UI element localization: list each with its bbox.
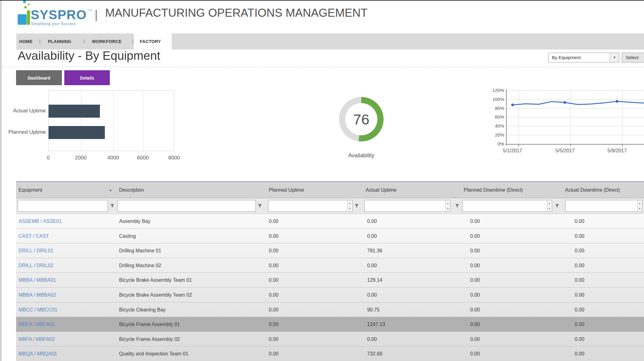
actual-downtime-cell: 0.00 <box>575 273 584 288</box>
table-row[interactable]: MBFA / MBFA02 Bicycle Frame Assembly 02 … <box>16 332 644 346</box>
equipment-link[interactable]: DRILL / DRIL02 <box>19 258 53 273</box>
actual-uptime-cell: 0.00 <box>367 258 377 273</box>
column-header-planned-uptime[interactable]: Planned Uptime <box>269 182 304 198</box>
table-row[interactable]: ASSEMB / ASSE01 Assembly Bay 0.00 0.00 0… <box>16 214 644 228</box>
filter-input-equipment[interactable] <box>18 200 108 212</box>
logo-trademark: TM <box>88 9 92 12</box>
planned-uptime-cell: 0.00 <box>269 229 278 244</box>
bar-actual-uptime <box>49 105 100 118</box>
equipment-link[interactable]: MBFA / MBFA02 <box>19 332 55 347</box>
nav-item-home[interactable]: HOME <box>19 33 32 50</box>
table-row[interactable]: MBQA / MBQA01 Quality and Inspection Tea… <box>16 346 644 361</box>
data-point-marker <box>616 100 619 103</box>
filter-icon[interactable] <box>110 204 114 208</box>
filter-icon[interactable] <box>258 204 262 208</box>
equipment-link[interactable]: CAST / CAST <box>19 229 49 244</box>
nav-separator: | <box>84 33 85 50</box>
table-row[interactable]: CAST / CAST Casting 0.00 0.00 0.00 0.00 <box>16 228 644 243</box>
number-spinner[interactable]: ▲▼ <box>347 201 352 211</box>
nav-bar-right <box>172 33 644 50</box>
chevron-down-icon[interactable]: ▼ <box>610 53 619 62</box>
equipment-link[interactable]: MBBA / MBBA02 <box>19 288 56 302</box>
x-axis-tick-label: 2000 <box>67 155 95 161</box>
actual-downtime-cell: 0.00 <box>575 229 584 244</box>
actual-downtime-cell: 0.00 <box>575 214 584 229</box>
view-dropdown-value: By Equipment <box>552 53 581 62</box>
column-header-actual-downtime[interactable]: Actual Downtime (Direct) <box>565 182 620 198</box>
nav-item-factory-active[interactable]: FACTORY <box>140 33 161 50</box>
table-row[interactable]: MBBA / MBBA01 Bicycle Brake Assembly Tea… <box>16 272 644 287</box>
planned-downtime-cell: 0.00 <box>470 229 480 244</box>
column-header-equipment[interactable]: Equipment <box>19 182 42 198</box>
table-body: ASSEMB / ASSE01 Assembly Bay 0.00 0.00 0… <box>16 214 644 361</box>
data-point-marker <box>564 101 566 104</box>
nav-separator: | <box>39 33 41 50</box>
nav-item-workforce[interactable]: WORKFORCE <box>92 33 122 50</box>
equipment-link[interactable]: MBBA / MBBA01 <box>19 273 56 288</box>
equipment-link[interactable]: MBCC / MBCC01 <box>19 302 57 317</box>
filter-input-planned-downtime[interactable]: ▲▼ <box>462 200 552 212</box>
logo-dot <box>23 1 26 3</box>
trend-line <box>513 101 644 105</box>
column-header-actual-uptime[interactable]: Actual Uptime <box>366 182 397 198</box>
actual-downtime-cell: 0.00 <box>575 346 584 361</box>
gauge-label: Availability <box>329 152 394 159</box>
filter-input-actual-downtime[interactable]: ▲▼ <box>565 200 642 212</box>
bar-category-label: Planned Uptime <box>0 126 46 139</box>
details-button[interactable]: Details <box>64 70 110 85</box>
actual-downtime-cell: 0.00 <box>575 332 584 347</box>
description-cell: Quality and Inspection Team 01 <box>119 346 188 361</box>
equipment-link[interactable]: MBFA / MBFA01 <box>19 317 55 332</box>
planned-uptime-cell: 0.00 <box>269 317 278 332</box>
filter-icon[interactable] <box>455 204 459 208</box>
filter-input-actual-uptime[interactable]: ▲▼ <box>364 200 451 212</box>
table-row[interactable]: DRILL / DRIL02 Drilling Machine 02 0.00 … <box>16 258 644 273</box>
filter-input-planned-uptime[interactable]: ▲▼ <box>268 200 353 212</box>
x-axis-tick-label: 4000 <box>99 155 127 161</box>
view-dropdown[interactable]: By Equipment ▼ <box>548 53 619 63</box>
planned-downtime-cell: 0.00 <box>470 243 480 258</box>
table-row[interactable]: MBFA / MBFA01 Bicycle Frame Assembly 01 … <box>16 317 644 332</box>
planned-uptime-cell: 0.00 <box>269 243 278 258</box>
planned-uptime-cell: 0.00 <box>269 273 278 288</box>
nav-item-planning[interactable]: PLANNING <box>48 33 71 50</box>
actual-uptime-cell: 0.00 <box>367 214 377 229</box>
actual-downtime-cell: 0.00 <box>575 258 584 273</box>
planned-uptime-cell: 0.00 <box>269 258 278 273</box>
number-spinner[interactable]: ▲▼ <box>445 201 450 211</box>
number-spinner[interactable]: ▲▼ <box>547 201 552 211</box>
description-cell: Casting <box>119 229 136 244</box>
table-row[interactable]: MBCC / MBCC01 Bicycle Cleaning Bay 0.00 … <box>16 302 644 317</box>
filter-input-description[interactable] <box>118 200 256 212</box>
table-header: Equipment ▲ Description Planned Uptime A… <box>16 182 644 198</box>
planned-uptime-cell: 0.00 <box>269 302 278 317</box>
actual-uptime-cell: 1247.13 <box>367 317 385 332</box>
column-header-description[interactable]: Description <box>119 182 144 198</box>
actual-uptime-cell: 0.00 <box>367 288 377 302</box>
equipment-link[interactable]: MBQA / MBQA01 <box>19 346 57 361</box>
dashboard-button[interactable]: Dashboard <box>16 70 62 85</box>
table-row[interactable]: MBBA / MBBA02 Bicycle Brake Assembly Tea… <box>16 287 644 302</box>
planned-downtime-cell: 0.00 <box>470 346 480 361</box>
select-button[interactable]: Select <box>622 53 644 63</box>
filter-icon[interactable] <box>555 204 559 208</box>
logo-icon <box>18 14 27 25</box>
planned-uptime-cell: 0.00 <box>269 214 278 229</box>
actual-uptime-cell: 732.69 <box>367 346 382 361</box>
table-row[interactable]: DRILL / DRIL01 Drilling Machine 01 0.00 … <box>16 243 644 258</box>
number-spinner[interactable]: ▲▼ <box>637 201 642 211</box>
description-cell: Bicycle Cleaning Bay <box>119 302 165 317</box>
equipment-link[interactable]: DRILL / DRIL01 <box>19 243 53 258</box>
window-top-border <box>0 0 644 1</box>
filter-icon[interactable] <box>354 204 359 208</box>
actual-downtime-cell: 0.00 <box>575 243 584 258</box>
planned-downtime-cell: 0.00 <box>470 273 480 288</box>
planned-downtime-cell: 0.00 <box>470 214 480 229</box>
description-cell: Drilling Machine 01 <box>119 243 161 258</box>
planned-downtime-cell: 0.00 <box>470 332 480 347</box>
equipment-link[interactable]: ASSEMB / ASSE01 <box>19 214 62 229</box>
gridline <box>143 91 144 151</box>
page-left-border <box>0 1 2 361</box>
column-header-planned-downtime[interactable]: Planned Downtime (Direct) <box>464 182 523 198</box>
planned-downtime-cell: 0.00 <box>470 317 480 332</box>
